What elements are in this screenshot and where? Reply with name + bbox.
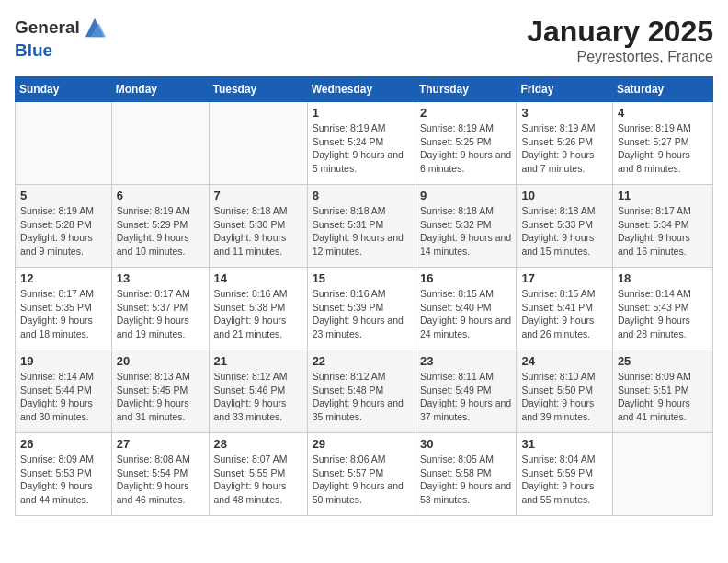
day-number: 15	[313, 271, 410, 285]
calendar-cell: 6Sunrise: 8:19 AMSunset: 5:29 PMDaylight…	[111, 185, 209, 268]
cell-info: Sunset: 5:32 PM	[420, 218, 512, 232]
cell-info: Sunset: 5:58 PM	[420, 466, 512, 480]
day-number: 28	[214, 437, 302, 451]
calendar-cell: 12Sunrise: 8:17 AMSunset: 5:35 PMDayligh…	[16, 268, 112, 350]
cell-info: Sunset: 5:25 PM	[420, 135, 512, 149]
cell-info: Daylight: 9 hours and 26 minutes.	[521, 314, 607, 340]
cell-info: Sunset: 5:33 PM	[521, 218, 607, 232]
calendar-week-row: 26Sunrise: 8:09 AMSunset: 5:53 PMDayligh…	[16, 433, 713, 516]
cell-info: Daylight: 9 hours and 28 minutes.	[618, 314, 708, 340]
cell-info: Daylight: 9 hours and 31 minutes.	[117, 396, 204, 423]
calendar-cell: 30Sunrise: 8:05 AMSunset: 5:58 PMDayligh…	[415, 433, 517, 516]
calendar-cell: 19Sunrise: 8:14 AMSunset: 5:44 PMDayligh…	[16, 350, 112, 433]
day-number: 27	[117, 437, 204, 451]
cell-info: Sunrise: 8:19 AM	[313, 121, 410, 135]
calendar-cell: 4Sunrise: 8:19 AMSunset: 5:27 PMDaylight…	[612, 102, 712, 185]
calendar-week-row: 1Sunrise: 8:19 AMSunset: 5:24 PMDaylight…	[16, 102, 713, 185]
cell-info: Sunset: 5:34 PM	[618, 218, 708, 232]
day-number: 25	[618, 354, 708, 368]
page-header: General Blue January 2025 Peyrestortes, …	[15, 15, 713, 65]
cell-info: Sunset: 5:54 PM	[117, 466, 204, 480]
cell-info: Sunset: 5:27 PM	[618, 135, 708, 149]
cell-info: Daylight: 9 hours and 8 minutes.	[618, 148, 708, 175]
cell-info: Sunset: 5:43 PM	[618, 301, 708, 315]
cell-info: Daylight: 9 hours and 37 minutes.	[420, 396, 512, 423]
cell-info: Sunset: 5:46 PM	[214, 384, 302, 397]
cell-info: Sunset: 5:38 PM	[214, 301, 302, 315]
calendar-cell: 26Sunrise: 8:09 AMSunset: 5:53 PMDayligh…	[16, 433, 112, 516]
day-number: 3	[521, 106, 607, 120]
cell-info: Sunrise: 8:12 AM	[313, 370, 410, 384]
calendar-subtitle: Peyrestortes, France	[527, 49, 713, 65]
calendar-cell: 17Sunrise: 8:15 AMSunset: 5:41 PMDayligh…	[517, 268, 612, 350]
title-block: January 2025 Peyrestortes, France	[527, 15, 713, 65]
cell-info: Sunrise: 8:05 AM	[420, 453, 512, 466]
cell-info: Sunset: 5:50 PM	[521, 384, 607, 397]
day-number: 24	[521, 354, 607, 368]
day-number: 2	[420, 106, 512, 120]
calendar-cell: 14Sunrise: 8:16 AMSunset: 5:38 PMDayligh…	[209, 268, 307, 350]
logo: General Blue	[15, 15, 108, 61]
day-number: 20	[117, 354, 204, 368]
cell-info: Sunset: 5:31 PM	[313, 218, 410, 232]
day-number: 8	[313, 189, 410, 202]
cell-info: Sunset: 5:59 PM	[521, 466, 607, 480]
cell-info: Daylight: 9 hours and 44 minutes.	[20, 479, 107, 506]
cell-info: Daylight: 9 hours and 48 minutes.	[214, 479, 302, 506]
cell-info: Sunset: 5:45 PM	[117, 384, 204, 397]
calendar-cell: 18Sunrise: 8:14 AMSunset: 5:43 PMDayligh…	[612, 268, 712, 350]
cell-info: Sunrise: 8:19 AM	[521, 121, 607, 135]
calendar-cell	[111, 102, 209, 185]
day-number: 1	[313, 106, 410, 120]
cell-info: Sunset: 5:41 PM	[521, 301, 607, 315]
calendar-cell: 16Sunrise: 8:15 AMSunset: 5:40 PMDayligh…	[415, 268, 517, 350]
calendar-cell: 25Sunrise: 8:09 AMSunset: 5:51 PMDayligh…	[612, 350, 712, 433]
cell-info: Daylight: 9 hours and 55 minutes.	[521, 479, 607, 506]
cell-info: Sunrise: 8:17 AM	[20, 287, 107, 301]
cell-info: Sunrise: 8:09 AM	[618, 370, 708, 384]
day-number: 26	[20, 437, 107, 451]
cell-info: Sunrise: 8:16 AM	[313, 287, 410, 301]
calendar-cell: 11Sunrise: 8:17 AMSunset: 5:34 PMDayligh…	[612, 185, 712, 268]
cell-info: Sunrise: 8:09 AM	[20, 453, 107, 466]
cell-info: Daylight: 9 hours and 39 minutes.	[521, 396, 607, 423]
cell-info: Daylight: 9 hours and 15 minutes.	[521, 231, 607, 258]
cell-info: Sunrise: 8:04 AM	[521, 453, 607, 466]
cell-info: Sunset: 5:26 PM	[521, 135, 607, 149]
cell-info: Sunset: 5:35 PM	[20, 301, 107, 315]
weekday-header-monday: Monday	[111, 77, 209, 102]
cell-info: Sunset: 5:53 PM	[20, 466, 107, 480]
cell-info: Sunrise: 8:07 AM	[214, 453, 302, 466]
cell-info: Sunset: 5:55 PM	[214, 466, 302, 480]
calendar-cell: 10Sunrise: 8:18 AMSunset: 5:33 PMDayligh…	[517, 185, 612, 268]
day-number: 9	[420, 189, 512, 202]
calendar-title: January 2025	[527, 15, 713, 49]
logo-icon	[82, 15, 108, 40]
calendar-cell: 20Sunrise: 8:13 AMSunset: 5:45 PMDayligh…	[111, 350, 209, 433]
cell-info: Daylight: 9 hours and 6 minutes.	[420, 148, 512, 175]
calendar-cell: 2Sunrise: 8:19 AMSunset: 5:25 PMDaylight…	[415, 102, 517, 185]
day-number: 11	[618, 189, 708, 202]
day-number: 16	[420, 271, 512, 285]
cell-info: Sunrise: 8:15 AM	[521, 287, 607, 301]
cell-info: Sunrise: 8:18 AM	[420, 204, 512, 218]
calendar-cell: 24Sunrise: 8:10 AMSunset: 5:50 PMDayligh…	[517, 350, 612, 433]
calendar-cell: 23Sunrise: 8:11 AMSunset: 5:49 PMDayligh…	[415, 350, 517, 433]
day-number: 4	[618, 106, 708, 120]
cell-info: Daylight: 9 hours and 30 minutes.	[20, 396, 107, 423]
calendar-cell: 31Sunrise: 8:04 AMSunset: 5:59 PMDayligh…	[517, 433, 612, 516]
day-number: 7	[214, 189, 302, 202]
calendar-cell: 7Sunrise: 8:18 AMSunset: 5:30 PMDaylight…	[209, 185, 307, 268]
calendar-cell: 8Sunrise: 8:18 AMSunset: 5:31 PMDaylight…	[307, 185, 415, 268]
day-number: 31	[521, 437, 607, 451]
cell-info: Sunrise: 8:18 AM	[313, 204, 410, 218]
calendar-cell: 1Sunrise: 8:19 AMSunset: 5:24 PMDaylight…	[307, 102, 415, 185]
day-number: 10	[521, 189, 607, 202]
calendar-cell: 29Sunrise: 8:06 AMSunset: 5:57 PMDayligh…	[307, 433, 415, 516]
calendar-cell: 13Sunrise: 8:17 AMSunset: 5:37 PMDayligh…	[111, 268, 209, 350]
day-number: 22	[313, 354, 410, 368]
day-number: 17	[521, 271, 607, 285]
cell-info: Sunrise: 8:15 AM	[420, 287, 512, 301]
cell-info: Sunrise: 8:12 AM	[214, 370, 302, 384]
cell-info: Sunrise: 8:06 AM	[313, 453, 410, 466]
